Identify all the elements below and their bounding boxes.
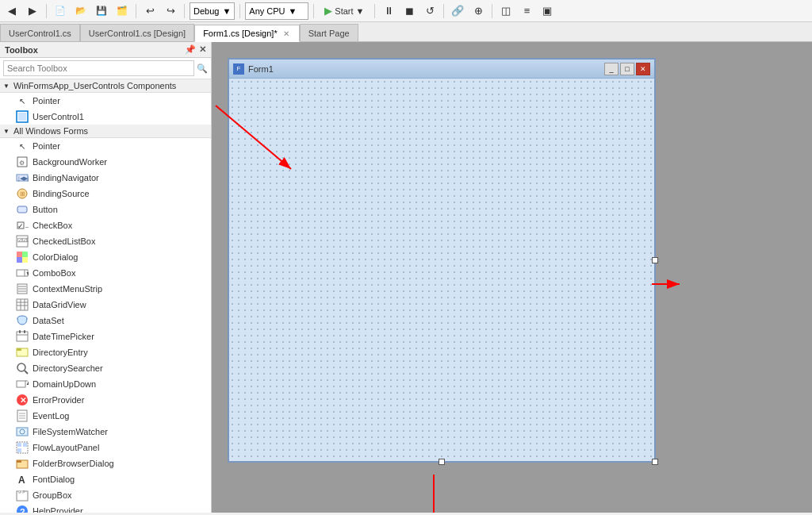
toolbox-item-checkbox[interactable]: ✓— CheckBox: [0, 217, 211, 233]
section-all-windows-forms[interactable]: All Windows Forms: [0, 125, 211, 138]
toolbox-item-helpprovider[interactable]: ? HelpProvider: [0, 503, 211, 513]
item-label: CheckBox: [33, 221, 72, 230]
toolbox-item-folderbrowserdialog[interactable]: FolderBrowserDialog: [0, 455, 211, 471]
svg-rect-54: [23, 443, 27, 447]
item-label: DataSet: [33, 316, 64, 325]
item-label: ErrorProvider: [33, 395, 84, 405]
tab-usercontrol1-cs[interactable]: UserControl1.cs: [0, 24, 80, 41]
sep7: [443, 4, 444, 18]
align-right-button[interactable]: ▣: [538, 2, 556, 20]
toolbox-item-pointer2[interactable]: ↖ Pointer: [0, 138, 211, 154]
tab-usercontrol1-design[interactable]: UserControl1.cs [Design]: [80, 24, 194, 41]
toolbox-item-colordialog[interactable]: ColorDialog: [0, 249, 211, 265]
form-body[interactable]: [229, 79, 654, 461]
tab-close-icon[interactable]: ✕: [282, 29, 291, 38]
svg-text:⚙: ⚙: [19, 159, 25, 167]
toolbox-item-fontdialog[interactable]: A FontDialog: [0, 471, 211, 487]
toolbox-item-eventlog[interactable]: EventLog: [0, 408, 211, 424]
form-window[interactable]: F Form1 _ □ ✕: [228, 58, 656, 463]
helpprovider-icon: ?: [16, 505, 29, 513]
align-left-button[interactable]: ◫: [497, 2, 515, 20]
cpu-label: Any CPU: [249, 6, 285, 16]
attach-button[interactable]: 🔗: [449, 2, 466, 20]
resize-handle-right[interactable]: [652, 257, 658, 263]
back-button[interactable]: ◀: [3, 2, 21, 20]
pin-icon[interactable]: 📌: [185, 44, 196, 55]
sep8: [492, 4, 492, 18]
toolbox-item-dataset[interactable]: DataSet: [0, 313, 211, 329]
toolbox-item-usercontrol1[interactable]: UserControl1: [0, 109, 211, 125]
item-label: CheckedListBox: [33, 236, 96, 246]
toolbox-item-filesystemwatcher[interactable]: FileSystemWatcher: [0, 424, 211, 440]
toolbox-item-directorysearcher[interactable]: DirectorySearcher: [0, 360, 211, 376]
resize-handle-bottom[interactable]: [439, 459, 445, 465]
toolbox-panel: Toolbox 📌 ✕ 🔍 WinFormsApp_UserControls C…: [0, 42, 212, 513]
item-label: ComboBox: [33, 268, 75, 278]
item-label: DataGridView: [33, 300, 86, 309]
search-input[interactable]: [3, 60, 194, 76]
toolbox-item-groupbox[interactable]: grp GroupBox: [0, 487, 211, 503]
minimize-button[interactable]: _: [604, 63, 619, 75]
section-label: WinFormsApp_UserControls Components: [13, 81, 176, 90]
align-center-button[interactable]: ≡: [518, 2, 535, 20]
toolbox-item-bindingsource[interactable]: ⊞ BindingSource: [0, 186, 211, 202]
open-button[interactable]: 📂: [72, 2, 90, 20]
svg-rect-27: [17, 299, 28, 310]
datetimepicker-icon: [16, 330, 29, 343]
breakpoint-button[interactable]: ⊕: [469, 2, 487, 20]
groupbox-icon: grp: [16, 489, 29, 502]
sep6: [374, 4, 375, 18]
tab-label: Start Page: [308, 29, 350, 38]
toolbox-search-bar: 🔍: [0, 58, 211, 79]
close-toolbox-icon[interactable]: ✕: [199, 44, 206, 55]
form-title-area: F Form1: [233, 63, 274, 75]
form-titlebar: F Form1 _ □ ✕: [229, 60, 654, 79]
svg-rect-19: [22, 257, 28, 263]
stop-button[interactable]: ◼: [400, 2, 418, 20]
toolbox-item-directoryentry[interactable]: DirectoryEntry: [0, 344, 211, 360]
toolbox-item-button[interactable]: Button: [0, 202, 211, 217]
svg-text:☑☑☑: ☑☑☑: [17, 237, 29, 243]
toolbox-item-errorprovider[interactable]: ✕ ErrorProvider: [0, 392, 211, 408]
restart-button[interactable]: ↺: [421, 2, 439, 20]
filesystemwatcher-icon: [16, 425, 29, 438]
debug-dropdown[interactable]: Debug ▼: [190, 2, 235, 20]
toolbox-item-checkedlistbox[interactable]: ☑☑☑ CheckedListBox: [0, 233, 211, 249]
svg-text:—: —: [25, 223, 29, 230]
svg-text:▲▼: ▲▼: [25, 379, 29, 386]
toolbox-item-combobox[interactable]: ▼ ComboBox: [0, 265, 211, 281]
item-label: EventLog: [33, 411, 69, 421]
section-winforms-components[interactable]: WinFormsApp_UserControls Components: [0, 79, 211, 93]
tab-form1-design[interactable]: Form1.cs [Design]* ✕: [194, 25, 300, 42]
eventlog-icon: [16, 409, 29, 422]
toolbox-item-pointer1[interactable]: ↖ Pointer: [0, 93, 211, 109]
tab-start-page[interactable]: Start Page: [300, 24, 358, 41]
forward-button[interactable]: ▶: [24, 2, 41, 20]
save-button[interactable]: 💾: [93, 2, 110, 20]
design-area: F Form1 _ □ ✕: [212, 42, 812, 513]
toolbox-item-datetimepicker[interactable]: DateTimePicker: [0, 329, 211, 344]
item-label: FileSystemWatcher: [33, 427, 108, 436]
pause-button[interactable]: ⏸: [380, 2, 397, 20]
start-button[interactable]: ▶ Start ▼: [319, 2, 370, 20]
undo-button[interactable]: ↩: [141, 2, 159, 20]
start-label: Start: [335, 6, 353, 16]
toolbox-item-contextmenustrip[interactable]: ContextMenuStrip: [0, 281, 211, 297]
maximize-button[interactable]: □: [620, 63, 634, 75]
toolbox-item-flowlayoutpanel[interactable]: FlowLayoutPanel: [0, 440, 211, 455]
redo-button[interactable]: ↪: [162, 2, 179, 20]
toolbox-content: WinFormsApp_UserControls Components ↖ Po…: [0, 79, 211, 513]
form-title-text: Form1: [248, 64, 274, 74]
new-button[interactable]: 📄: [52, 2, 69, 20]
toolbox-item-bindingnavigator[interactable]: |◀▶| BindingNavigator: [0, 170, 211, 186]
toolbox-item-datagridview[interactable]: DataGridView: [0, 297, 211, 313]
resize-handle-corner[interactable]: [652, 459, 658, 465]
cpu-dropdown[interactable]: Any CPU ▼: [245, 2, 308, 20]
toolbox-item-backgroundworker[interactable]: ⚙ BackgroundWorker: [0, 154, 211, 170]
close-form-button[interactable]: ✕: [636, 63, 650, 75]
svg-rect-1: [18, 113, 26, 121]
pointer-icon: ↖: [16, 94, 29, 107]
toolbox-item-domainupdown[interactable]: ▲▼ DomainUpDown: [0, 376, 211, 392]
item-label: ColorDialog: [33, 252, 78, 262]
save-all-button[interactable]: 🗂️: [113, 2, 131, 20]
